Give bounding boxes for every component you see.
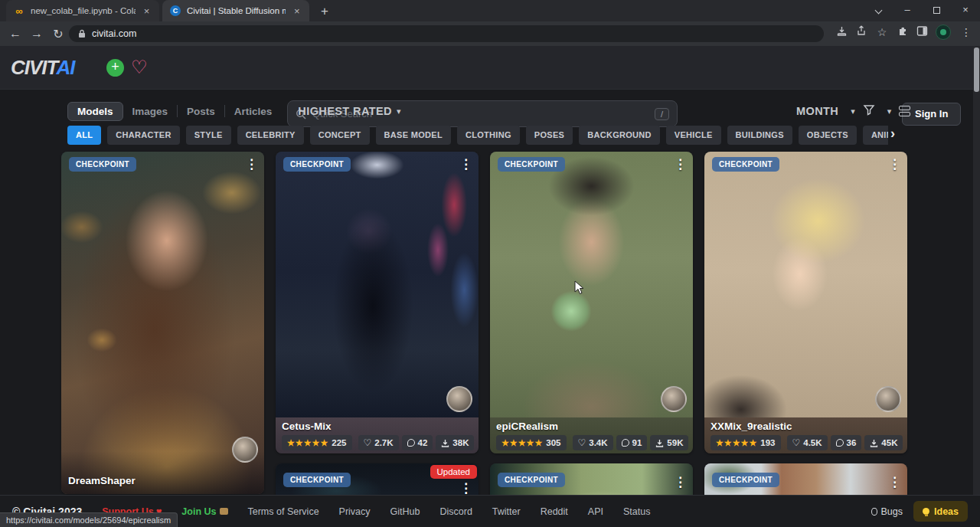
address-bar[interactable]: civitai.com (69, 25, 824, 42)
category-chip[interactable]: CELEBRITY (237, 126, 304, 145)
card-menu-icon[interactable]: ⋮ (459, 480, 472, 496)
heart-icon: ♡ (578, 437, 586, 448)
footer-link-reddit[interactable]: Reddit (541, 506, 568, 517)
footer-link-join[interactable]: Join Us (181, 506, 227, 517)
category-scroll-right-icon[interactable]: › (890, 126, 895, 142)
creator-avatar[interactable] (232, 437, 258, 463)
model-card-dreamshaper[interactable]: CHECKPOINT ⋮ DreamShaper (61, 152, 264, 494)
category-chip[interactable]: CONCEPT (310, 126, 370, 145)
card-menu-icon[interactable]: ⋮ (674, 474, 687, 490)
footer-link-tos[interactable]: Terms of Service (248, 506, 319, 517)
ideas-button[interactable]: Ideas (913, 501, 968, 522)
reload-icon[interactable]: ↻ (47, 27, 69, 41)
category-chip[interactable]: STYLE (186, 126, 231, 145)
tab-models[interactable]: Models (67, 102, 123, 121)
civitai-logo[interactable]: CIVITAI (11, 56, 75, 80)
downloads-count: 59K (667, 438, 683, 447)
forward-icon[interactable]: → (26, 27, 47, 41)
side-panel-icon[interactable] (916, 25, 928, 40)
category-chip[interactable]: VEHICLE (666, 126, 721, 145)
creator-avatar[interactable] (875, 386, 901, 412)
new-tab-button[interactable]: + (315, 2, 334, 21)
comment-icon (407, 439, 415, 447)
favorites-heart-icon[interactable]: ♡ (131, 57, 148, 78)
footer-link-twitter[interactable]: Twitter (492, 506, 521, 517)
card-menu-icon[interactable]: ⋮ (674, 156, 687, 172)
footer-link-api[interactable]: API (588, 506, 603, 517)
tab-posts[interactable]: Posts (178, 103, 224, 120)
browser-menu-icon[interactable]: ⋮ (959, 26, 974, 38)
category-chip-all[interactable]: ALL (67, 126, 101, 145)
tab-close-icon[interactable]: × (142, 5, 152, 17)
comments-pill: 91 (616, 435, 648, 450)
model-card-xxmix[interactable]: CHECKPOINT ⋮ XXMix_9realistic ★★★★★193 ♡… (704, 152, 907, 453)
sign-in-button[interactable]: Sign In (902, 103, 961, 126)
card-menu-icon[interactable]: ⋮ (245, 156, 258, 172)
restore-button[interactable] (922, 0, 951, 21)
profile-avatar[interactable] (936, 25, 951, 40)
bookmark-star-icon[interactable]: ☆ (874, 26, 890, 38)
download-page-icon[interactable] (836, 25, 848, 40)
comment-icon (836, 439, 844, 447)
category-chip[interactable]: BASE MODEL (376, 126, 451, 145)
tab-colab[interactable]: ∞ new_colab_file.ipynb - Colaborat × (6, 0, 159, 21)
sort-dropdown[interactable]: HIGHEST RATED (298, 105, 392, 117)
download-icon (870, 439, 878, 447)
footer-link-discord[interactable]: Discord (439, 506, 472, 517)
comments-count: 36 (847, 438, 857, 447)
comments-count: 42 (418, 438, 428, 447)
extensions-icon[interactable] (897, 25, 909, 40)
star-icons: ★★★★★ (501, 438, 543, 448)
create-plus-button[interactable]: + (106, 59, 124, 77)
star-icons: ★★★★★ (287, 438, 328, 448)
category-chip[interactable]: BUILDINGS (727, 126, 792, 145)
footer-link-privacy[interactable]: Privacy (339, 506, 371, 517)
footer-link-status[interactable]: Status (623, 506, 650, 517)
model-image (704, 152, 907, 417)
card-menu-icon[interactable]: ⋮ (459, 156, 472, 172)
site-header: CIVITAI + ♡ / Sign In (0, 46, 980, 90)
scrollbar-thumb[interactable] (974, 47, 979, 92)
download-icon (441, 439, 449, 447)
minimize-button[interactable]: – (893, 0, 922, 21)
category-chip[interactable]: CLOTHING (457, 126, 520, 145)
title-overlay (61, 451, 264, 494)
footer-link-github[interactable]: GitHub (390, 506, 420, 517)
category-chip[interactable]: ANIMAL (863, 126, 888, 145)
period-dropdown[interactable]: MONTH (796, 105, 838, 117)
page-scrollbar[interactable] (973, 46, 980, 527)
card-menu-icon[interactable]: ⋮ (888, 474, 901, 490)
filter-funnel-icon[interactable] (863, 103, 875, 119)
updated-badge: Updated (430, 465, 477, 479)
tab-images[interactable]: Images (123, 103, 178, 120)
close-window-button[interactable]: × (951, 0, 980, 21)
tab-articles[interactable]: Articles (225, 103, 282, 120)
checkpoint-badge: CHECKPOINT (283, 473, 351, 487)
bug-icon (871, 508, 877, 516)
card-menu-icon[interactable]: ⋮ (888, 156, 901, 172)
creator-avatar[interactable] (446, 386, 472, 412)
comments-count: 91 (632, 438, 642, 447)
tab-search-icon[interactable] (864, 0, 893, 21)
tab-civitai[interactable]: C Civitai | Stable Diffusion models, × (162, 0, 309, 21)
checkpoint-badge: CHECKPOINT (712, 473, 779, 487)
layout-toggle-icon[interactable] (899, 104, 910, 118)
likes-count: 4.5K (803, 438, 822, 447)
search-shortcut-key: / (655, 108, 669, 120)
share-icon[interactable] (855, 25, 867, 40)
model-card-cetus-mix[interactable]: CHECKPOINT ⋮ Cetus-Mix ★★★★★225 ♡2.7K 42… (276, 152, 479, 453)
lock-icon (78, 29, 86, 38)
mouse-cursor (574, 280, 585, 299)
back-icon[interactable]: ← (5, 27, 26, 41)
bugs-button[interactable]: Bugs (871, 506, 903, 517)
tab-title: Civitai | Stable Diffusion models, (187, 6, 286, 15)
creator-avatar[interactable] (661, 386, 687, 412)
category-chip[interactable]: CHARACTER (107, 126, 179, 145)
model-card-epicrealism[interactable]: CHECKPOINT ⋮ epiCRealism ★★★★★305 ♡3.4K … (490, 152, 693, 453)
category-chip[interactable]: POSES (526, 126, 573, 145)
downloads-count: 45K (881, 438, 897, 447)
package-icon (220, 508, 228, 515)
category-chip[interactable]: BACKGROUND (579, 126, 660, 145)
tab-close-icon[interactable]: × (292, 5, 302, 17)
category-chip[interactable]: OBJECTS (799, 126, 857, 145)
